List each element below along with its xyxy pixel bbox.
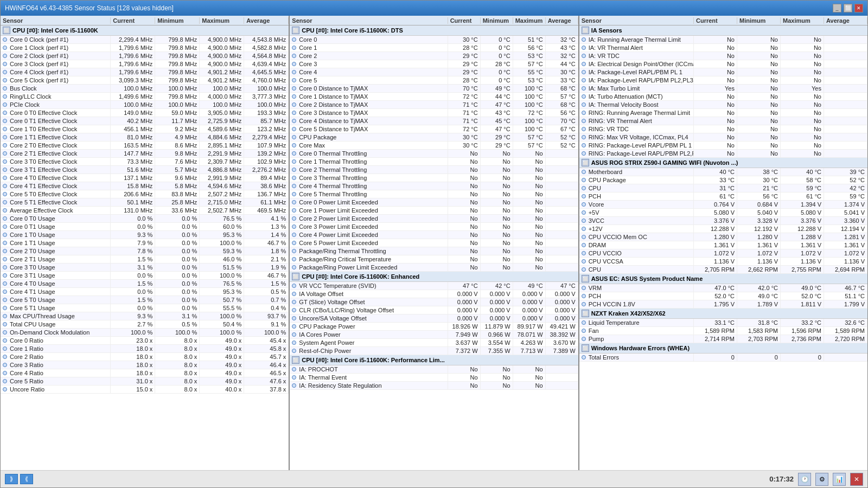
sensor-value: 0.0 % [155, 296, 200, 304]
sensor-value: No [481, 223, 513, 230]
sensor-value: 193.3 MHz [244, 109, 289, 117]
section-header-icon: ⬜ [582, 310, 589, 317]
table-row: Core 1 Distance to TjMAX72 °C44 °C100 °C… [290, 93, 578, 101]
sensor-value: 4.9 MHz [155, 133, 200, 141]
sensor-value: No [513, 215, 546, 222]
sensor-name: Core 0 [299, 36, 317, 43]
sensor-value: 56 °C [546, 109, 578, 117]
sensor-value: 0 [781, 354, 824, 361]
section-header: ⬜CPU [#0]: Intel Core i5-11600K: Perform… [290, 355, 578, 365]
sensor-value: 0.0 % [155, 264, 200, 271]
sensor-value: 1.280 V [694, 233, 737, 241]
settings-icon[interactable]: ⚙ [815, 473, 828, 486]
table-row: RING: VR TDCNoNoNo [579, 125, 867, 133]
sensor-value: 163.5 MHz [111, 142, 155, 149]
p3-current-header: Current [694, 17, 737, 24]
sensor-value: 100.0 MHz [155, 101, 200, 108]
sensor-row-icon [3, 346, 7, 351]
sensor-value: 7.949 W [448, 331, 481, 338]
sensor-value: No [737, 109, 781, 117]
sensor-name: CPU Package Power [299, 323, 355, 330]
minimize-button[interactable]: _ [833, 4, 841, 12]
sensor-value: 95.3 % [200, 288, 244, 296]
sensor-value: 8.0 x [155, 361, 200, 369]
sensor-value: 8.0 x [155, 353, 200, 361]
sensor-value: 3,777.3 MHz [244, 93, 289, 100]
sensor-value: 1,499.6 MHz [111, 93, 155, 100]
sensor-value: 71 °C [448, 109, 481, 117]
sensor-value: 45.4 x [244, 337, 289, 344]
sensor-row-icon [582, 243, 586, 247]
close-button[interactable]: ✕ [854, 4, 863, 12]
sensor-value: 49.0 x [200, 337, 244, 344]
sensor-row-icon [582, 135, 586, 139]
sensor-name: Core 2 Clock (perf #1) [10, 52, 68, 60]
clock-icon[interactable]: 🕐 [798, 473, 811, 486]
sensor-value: No [481, 198, 513, 206]
sensor-row-icon [582, 143, 586, 147]
sensor-value: 49.0 x [200, 353, 244, 361]
sensor-row-icon [292, 292, 296, 296]
sensor-value: 1.795 V [694, 300, 737, 308]
sensor-value: No [737, 76, 781, 84]
sensor-row-icon [582, 194, 586, 198]
sensor-value: 15.0 x [111, 386, 155, 393]
sensor-value: 9.1 % [244, 320, 289, 328]
sensor-value: 0 °C [481, 68, 513, 76]
sensor-name: Pump [589, 335, 604, 343]
sensor-value: No [694, 142, 737, 149]
sensor-value: 2,895.1 MHz [200, 142, 244, 149]
sensor-value: 49.0 x [200, 369, 244, 377]
sensor-name: CPU Package [299, 133, 336, 141]
sensor-value: No [737, 44, 781, 52]
sensor-row-icon [292, 127, 296, 131]
sensor-value: No [448, 158, 481, 165]
sensor-value: 49.421 W [546, 323, 578, 330]
table-row: Total CPU Usage2.7 %0.5 %50.4 %9.1 % [1, 320, 289, 329]
close-sb-icon[interactable]: ✕ [850, 473, 863, 486]
sensor-value: 47.0 °C [694, 284, 737, 292]
sensor-value: 1,583 RPM [737, 327, 781, 335]
sensor-value [546, 174, 578, 182]
sensor-name: PCH VCCIN 1.8V [589, 300, 635, 308]
sensor-name: Core Max [299, 142, 325, 149]
main-window: HWiNFO64 v6.43-4385 Sensor Status [128 v… [0, 0, 868, 488]
sensor-value: 57 °C [513, 60, 546, 68]
p1-minimum-header: Minimum [155, 17, 200, 24]
sensor-label: IA: Thermal Velocity Boost [579, 101, 694, 108]
graph-icon[interactable]: 📊 [833, 473, 846, 486]
sensor-row-icon [3, 54, 7, 58]
sensor-name: Rest-of-Chip Power [299, 347, 351, 355]
sensor-value: 2,276.2 MHz [244, 166, 289, 174]
sensor-label: Core 3 T1 Effective Clock [1, 166, 111, 174]
sensor-value: No [737, 133, 781, 141]
sensor-name: Bus Clock [10, 85, 37, 92]
table-row: PCIe Clock100.0 MHz100.0 MHz100.0 MHz100… [1, 101, 289, 109]
sensor-row-icon [3, 257, 7, 261]
sensor-label: Core 0 T0 Usage [1, 215, 111, 222]
sensor-name: VRM [589, 284, 602, 292]
sensor-row-icon [292, 192, 296, 196]
sensor-label: Core 1 Thermal Throttling [290, 158, 448, 165]
sensor-value: 100.0 % [200, 312, 244, 320]
sensor-value: 5.040 V [737, 209, 781, 216]
restore-button[interactable]: ⬜ [844, 4, 852, 12]
sensor-value: 21 °C [737, 184, 781, 192]
sensor-value: 8.0 x [155, 345, 200, 352]
table-row: CPU Package33 °C30 °C58 °C52 °C [579, 176, 867, 184]
sensor-name: Core 5 T1 Effective Clock [10, 198, 77, 206]
sensor-value: 799.8 MHz [155, 36, 200, 43]
sensor-value: 67 °C [546, 125, 578, 133]
sensor-label: Core 3 Ratio [1, 361, 111, 369]
table-row: VR VCC Temperature (SVID)47 °C42 °C49 °C… [290, 282, 578, 290]
sensor-value: No [737, 142, 781, 149]
back-button[interactable]: ⟪ [20, 474, 33, 484]
table-row: Pump2,714 RPM2,703 RPM2,736 RPM2,720 RPM [579, 335, 867, 343]
sensor-value: 42 °C [481, 282, 513, 290]
p3-minimum-header: Minimum [737, 17, 781, 24]
sensor-value: No [781, 117, 824, 125]
sensor-label: Core 5 Clock (perf #1) [1, 76, 111, 84]
sensor-value: No [481, 174, 513, 182]
forward-button[interactable]: ⟫ [5, 474, 18, 484]
sensor-row-icon [292, 308, 296, 312]
